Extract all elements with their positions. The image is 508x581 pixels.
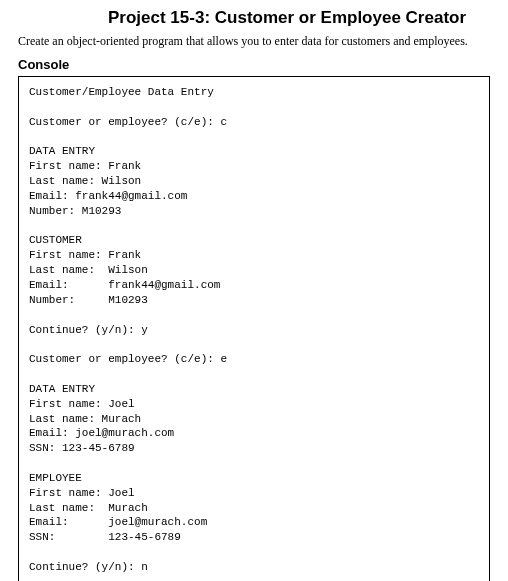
- intro-text: Create an object-oriented program that a…: [18, 34, 490, 49]
- console-output: Customer/Employee Data Entry Customer or…: [18, 76, 490, 581]
- console-heading: Console: [18, 57, 490, 72]
- project-title: Project 15-3: Customer or Employee Creat…: [18, 8, 490, 28]
